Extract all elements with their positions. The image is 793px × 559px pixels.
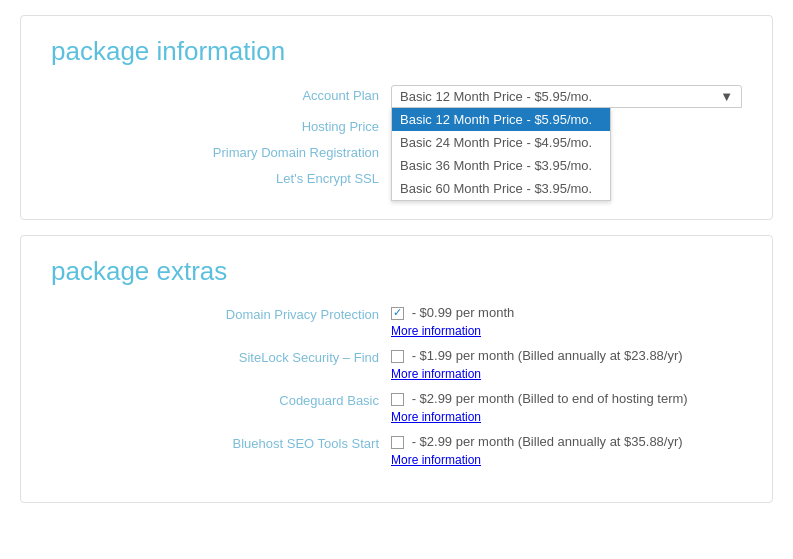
extras-more-link-3[interactable]: More information [391, 453, 481, 467]
extras-value-2: - $2.99 per month (Billed to end of host… [391, 391, 742, 406]
extras-more-link-0[interactable]: More information [391, 324, 481, 338]
extras-main-1: SiteLock Security – Find - $1.99 per mon… [51, 348, 742, 365]
extras-label-2: Codeguard Basic [51, 391, 391, 408]
package-extras-title: package extras [51, 256, 742, 287]
dropdown-list: Basic 12 Month Price - $5.95/mo. Basic 2… [391, 108, 611, 201]
extras-text-1: - $1.99 per month (Billed annually at $2… [412, 348, 683, 363]
dropdown-option-1[interactable]: Basic 24 Month Price - $4.95/mo. [392, 131, 610, 154]
extras-main-2: Codeguard Basic - $2.99 per month (Bille… [51, 391, 742, 408]
account-plan-dropdown[interactable]: Basic 12 Month Price - $5.95/mo. ▼ Basic… [391, 85, 742, 108]
extras-more-3: More information [391, 453, 742, 467]
extras-row-1: SiteLock Security – Find - $1.99 per mon… [51, 348, 742, 381]
account-plan-row: Account Plan Basic 12 Month Price - $5.9… [51, 85, 742, 108]
extras-more-link-2[interactable]: More information [391, 410, 481, 424]
dropdown-option-0[interactable]: Basic 12 Month Price - $5.95/mo. [392, 108, 610, 131]
dropdown-selected-text: Basic 12 Month Price - $5.95/mo. [400, 89, 592, 104]
extras-text-0: - $0.99 per month [412, 305, 515, 320]
extras-more-0: More information [391, 324, 742, 338]
extras-text-2: - $2.99 per month (Billed to end of host… [412, 391, 688, 406]
checkbox-2[interactable] [391, 393, 404, 406]
package-information-section: package information Account Plan Basic 1… [20, 15, 773, 220]
checkbox-1[interactable] [391, 350, 404, 363]
extras-row-2: Codeguard Basic - $2.99 per month (Bille… [51, 391, 742, 424]
extras-value-0: - $0.99 per month [391, 305, 742, 320]
extras-label-3: Bluehost SEO Tools Start [51, 434, 391, 451]
extras-label-0: Domain Privacy Protection [51, 305, 391, 322]
package-extras-section: package extras Domain Privacy Protection… [20, 235, 773, 503]
extras-main-0: Domain Privacy Protection - $0.99 per mo… [51, 305, 742, 322]
account-plan-label: Account Plan [51, 85, 391, 103]
checkbox-0[interactable] [391, 307, 404, 320]
checkbox-3[interactable] [391, 436, 404, 449]
extras-value-1: - $1.99 per month (Billed annually at $2… [391, 348, 742, 363]
extras-more-2: More information [391, 410, 742, 424]
package-info-title: package information [51, 36, 742, 67]
dropdown-option-2[interactable]: Basic 36 Month Price - $3.95/mo. [392, 154, 610, 177]
extras-main-3: Bluehost SEO Tools Start - $2.99 per mon… [51, 434, 742, 451]
extras-row-0: Domain Privacy Protection - $0.99 per mo… [51, 305, 742, 338]
extras-value-3: - $2.99 per month (Billed annually at $3… [391, 434, 742, 449]
extras-text-3: - $2.99 per month (Billed annually at $3… [412, 434, 683, 449]
extras-label-1: SiteLock Security – Find [51, 348, 391, 365]
account-plan-value: Basic 12 Month Price - $5.95/mo. ▼ Basic… [391, 85, 742, 108]
extras-more-link-1[interactable]: More information [391, 367, 481, 381]
dropdown-trigger[interactable]: Basic 12 Month Price - $5.95/mo. ▼ [391, 85, 742, 108]
dropdown-option-3[interactable]: Basic 60 Month Price - $3.95/mo. [392, 177, 610, 200]
primary-domain-label: Primary Domain Registration [51, 142, 391, 160]
dropdown-arrow-icon: ▼ [720, 89, 733, 104]
ssl-label: Let's Encrypt SSL [51, 168, 391, 186]
extras-row-3: Bluehost SEO Tools Start - $2.99 per mon… [51, 434, 742, 467]
hosting-price-label: Hosting Price [51, 116, 391, 134]
extras-more-1: More information [391, 367, 742, 381]
